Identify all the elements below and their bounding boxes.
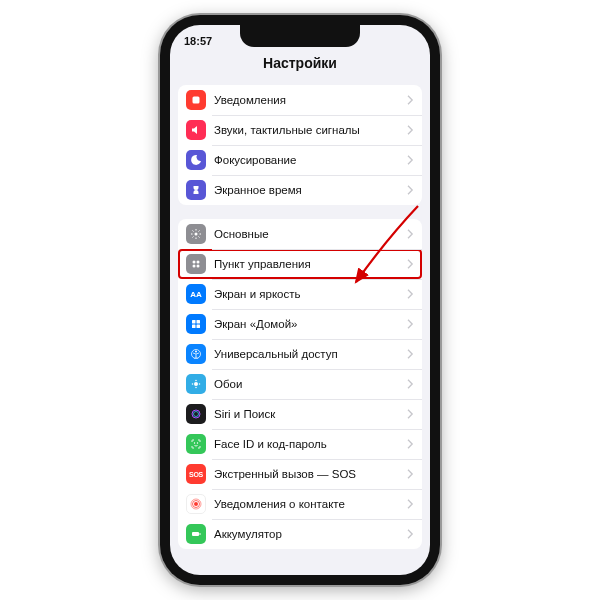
chevron-right-icon xyxy=(407,379,414,389)
row-label: Экранное время xyxy=(214,184,407,196)
exposure-icon xyxy=(186,494,206,514)
wallpaper-icon xyxy=(186,374,206,394)
svg-point-21 xyxy=(192,383,194,385)
row-notifications[interactable]: Уведомления xyxy=(178,85,422,115)
row-sos[interactable]: SOS Экстренный вызов — SOS xyxy=(178,459,422,489)
chevron-right-icon xyxy=(407,409,414,419)
svg-rect-30 xyxy=(192,532,199,536)
chevron-right-icon xyxy=(407,229,414,239)
svg-point-25 xyxy=(194,443,195,444)
svg-rect-15 xyxy=(197,325,201,329)
row-label: Уведомления о контакте xyxy=(214,498,407,510)
svg-point-26 xyxy=(197,443,198,444)
row-label: Face ID и код-пароль xyxy=(214,438,407,450)
row-label: Основные xyxy=(214,228,407,240)
row-accessibility[interactable]: Универсальный доступ xyxy=(178,339,422,369)
svg-point-27 xyxy=(194,502,198,506)
home-icon xyxy=(186,314,206,334)
control-center-icon xyxy=(186,254,206,274)
svg-point-17 xyxy=(195,351,197,353)
svg-point-8 xyxy=(193,261,196,264)
row-label: Siri и Поиск xyxy=(214,408,407,420)
svg-point-20 xyxy=(195,387,197,389)
svg-point-22 xyxy=(199,383,201,385)
settings-group-2: Основные Пункт управления AA Экран и ярк… xyxy=(178,219,422,549)
svg-rect-31 xyxy=(200,533,201,535)
svg-point-11 xyxy=(197,265,200,268)
chevron-right-icon xyxy=(407,499,414,509)
status-time: 18:57 xyxy=(184,35,212,47)
accessibility-icon xyxy=(186,344,206,364)
chevron-right-icon xyxy=(407,439,414,449)
siri-icon xyxy=(186,404,206,424)
general-icon xyxy=(186,224,206,244)
row-label: Звуки, тактильные сигналы xyxy=(214,124,407,136)
chevron-right-icon xyxy=(407,155,414,165)
notifications-icon xyxy=(186,90,206,110)
phone-frame: 18:57 Настройки Уведомления Звуки, такти… xyxy=(160,15,440,585)
screentime-icon xyxy=(186,180,206,200)
row-label: Экран и яркость xyxy=(214,288,407,300)
row-label: Уведомления xyxy=(214,94,407,106)
svg-point-24 xyxy=(194,412,199,417)
chevron-right-icon xyxy=(407,125,414,135)
focus-icon xyxy=(186,150,206,170)
settings-group-1: Уведомления Звуки, тактильные сигналы Фо… xyxy=(178,85,422,205)
row-label: Обои xyxy=(214,378,407,390)
settings-list[interactable]: Уведомления Звуки, тактильные сигналы Фо… xyxy=(170,79,430,575)
sounds-icon xyxy=(186,120,206,140)
row-general[interactable]: Основные xyxy=(178,219,422,249)
status-indicators xyxy=(410,35,416,47)
notch xyxy=(240,25,360,47)
row-wallpaper[interactable]: Обои xyxy=(178,369,422,399)
page-title: Настройки xyxy=(170,53,430,79)
chevron-right-icon xyxy=(407,259,414,269)
svg-point-19 xyxy=(195,380,197,382)
chevron-right-icon xyxy=(407,289,414,299)
svg-point-18 xyxy=(194,382,198,386)
row-sounds[interactable]: Звуки, тактильные сигналы xyxy=(178,115,422,145)
svg-rect-13 xyxy=(197,320,201,324)
sos-icon: SOS xyxy=(186,464,206,484)
svg-point-9 xyxy=(197,261,200,264)
row-display[interactable]: AA Экран и яркость xyxy=(178,279,422,309)
svg-rect-6 xyxy=(193,97,200,104)
row-screentime[interactable]: Экранное время xyxy=(178,175,422,205)
display-icon: AA xyxy=(186,284,206,304)
svg-rect-14 xyxy=(192,325,196,329)
chevron-right-icon xyxy=(407,185,414,195)
row-siri[interactable]: Siri и Поиск xyxy=(178,399,422,429)
row-label: Фокусирование xyxy=(214,154,407,166)
chevron-right-icon xyxy=(407,95,414,105)
row-focus[interactable]: Фокусирование xyxy=(178,145,422,175)
row-label: Пункт управления xyxy=(214,258,407,270)
faceid-icon xyxy=(186,434,206,454)
chevron-right-icon xyxy=(407,469,414,479)
screen: 18:57 Настройки Уведомления Звуки, такти… xyxy=(170,25,430,575)
row-battery[interactable]: Аккумулятор xyxy=(178,519,422,549)
chevron-right-icon xyxy=(407,319,414,329)
row-label: Экран «Домой» xyxy=(214,318,407,330)
svg-point-7 xyxy=(195,233,198,236)
row-faceid[interactable]: Face ID и код-пароль xyxy=(178,429,422,459)
svg-point-10 xyxy=(193,265,196,268)
row-label: Аккумулятор xyxy=(214,528,407,540)
row-homescreen[interactable]: Экран «Домой» xyxy=(178,309,422,339)
chevron-right-icon xyxy=(407,529,414,539)
row-label: Экстренный вызов — SOS xyxy=(214,468,407,480)
row-contact-notif[interactable]: Уведомления о контакте xyxy=(178,489,422,519)
row-label: Универсальный доступ xyxy=(214,348,407,360)
row-control-center[interactable]: Пункт управления xyxy=(178,249,422,279)
chevron-right-icon xyxy=(407,349,414,359)
svg-rect-12 xyxy=(192,320,196,324)
battery-icon xyxy=(186,524,206,544)
